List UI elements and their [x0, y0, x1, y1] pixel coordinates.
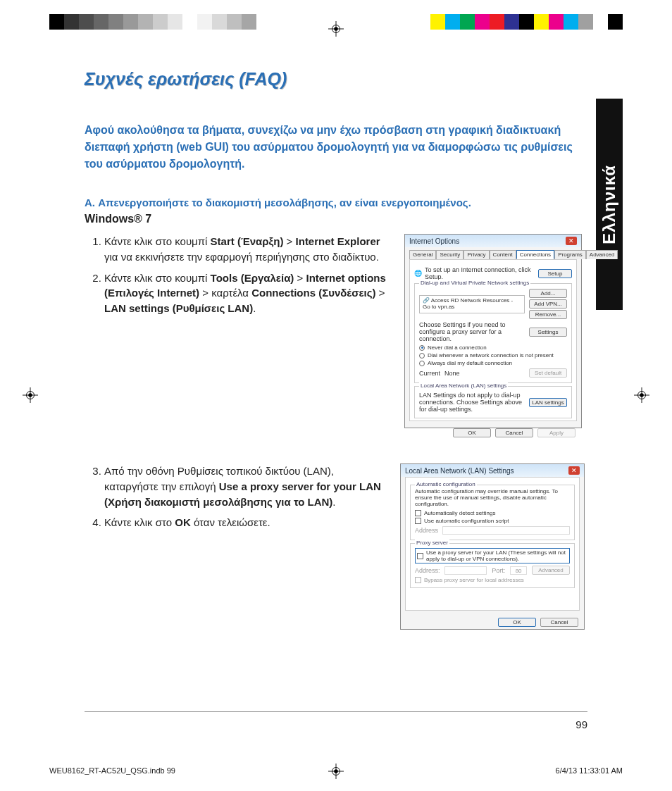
cancel-button: Cancel [540, 618, 578, 627]
page-title: Συχνές ερωτήσεις (FAQ) [85, 69, 585, 89]
dialog-tab: Advanced [586, 250, 618, 259]
page-content: Συχνές ερωτήσεις (FAQ) Αφού ακολούθησα τ… [85, 69, 585, 630]
print-footer: WEU8162_RT-AC52U_QSG.indb 99 6/4/13 11:3… [49, 766, 623, 775]
page-number: 99 [575, 718, 587, 730]
steps-list-2: Από την οθόνη Ρυθμίσεις τοπικού δικτύου … [85, 463, 390, 536]
color-swatch [564, 14, 578, 30]
color-swatch [445, 14, 460, 30]
steps-list-1: Κάντε κλικ στο κουμπί Start (Έναρξη) > I… [85, 234, 394, 322]
color-swatch [64, 14, 79, 30]
proxy-hint: Choose Settings if you need to configure… [419, 321, 525, 342]
checkbox-icon [415, 510, 421, 516]
group-dialup-label: Dial-up and Virtual Private Network sett… [419, 280, 530, 286]
color-swatch [227, 14, 242, 30]
radio-always-dial: Always dial my default connection [428, 360, 512, 366]
check-auto-script: Use automatic configuration script [424, 518, 509, 524]
radio-icon [419, 345, 425, 351]
close-icon: ✕ [566, 237, 577, 245]
proxy-port-label: Port: [492, 567, 505, 574]
set-default-button: Set default [529, 368, 567, 378]
color-swatch [608, 14, 623, 30]
color-swatch [153, 14, 168, 30]
close-icon: ✕ [568, 466, 580, 475]
ok-button: OK [498, 618, 536, 627]
dialog-title: Local Area Network (LAN) Settings [405, 467, 514, 475]
address-label: Address [415, 527, 438, 534]
dialog-tab: Security [436, 250, 463, 259]
group-proxy-label: Proxy server [415, 540, 449, 546]
color-swatch [108, 14, 123, 30]
color-swatch [168, 14, 182, 30]
apply-button: Apply [537, 428, 575, 437]
check-use-proxy: Use a proxy server for your LAN (These s… [426, 549, 568, 562]
conn-settings-button: Settings [529, 328, 567, 337]
setup-button: Setup [538, 269, 572, 278]
radio-dial-when: Dial whenever a network connection is no… [428, 352, 554, 359]
color-swatch [212, 14, 227, 30]
color-swatch [578, 14, 593, 30]
color-swatch [182, 14, 197, 30]
proxy-address-label: Address: [415, 567, 440, 574]
color-swatch [504, 14, 519, 30]
color-swatch [49, 14, 64, 30]
remove-button: Remove... [529, 310, 567, 319]
current-label: Current [419, 370, 440, 377]
dialog-tab: Content [490, 250, 516, 259]
radio-icon [419, 361, 425, 366]
add-button: Add... [529, 289, 567, 298]
dialog-tab: Privacy [463, 250, 489, 259]
dialog-tab: General [409, 250, 436, 259]
proxy-port-field: 80 [510, 566, 527, 575]
color-swatch [534, 14, 549, 30]
language-tab-label: Ελληνικά [599, 165, 619, 244]
group-lan-label: Local Area Network (LAN) settings [419, 382, 508, 389]
radio-never-dial: Never dial a connection [428, 344, 487, 351]
lan-hint: LAN Settings do not apply to dial-up con… [419, 392, 525, 413]
registration-mark-left [23, 387, 38, 403]
address-field [442, 526, 570, 535]
dialog-title: Internet Options [409, 237, 459, 245]
intro-paragraph: Αφού ακολούθησα τα βήματα, συνεχίζω να μ… [85, 122, 585, 173]
registration-mark-top [328, 21, 344, 37]
step-1: Κάντε κλικ στο κουμπί Start (Έναρξη) > I… [104, 234, 394, 265]
radio-icon [419, 353, 425, 359]
globe-icon: 🌐 [414, 270, 422, 277]
ok-button: OK [453, 428, 491, 437]
color-swatch [79, 14, 94, 30]
os-label: Windows® 7 [85, 213, 585, 225]
checkbox-icon [415, 577, 421, 583]
checkbox-icon [415, 518, 421, 524]
advanced-button: Advanced [532, 566, 570, 575]
color-swatch [242, 14, 256, 30]
dialog-tabs: GeneralSecurityPrivacyContentConnections… [405, 247, 581, 259]
vpn-listbox: 🔗 Access RD Network Resources - Go to vp… [419, 295, 525, 313]
figure-lan-settings: Local Area Network (LAN) Settings ✕ Auto… [400, 463, 585, 630]
color-swatch [430, 14, 445, 30]
colorbar-right [416, 14, 623, 30]
color-swatch [94, 14, 108, 30]
registration-mark-right [634, 387, 649, 403]
color-swatch [519, 14, 534, 30]
print-footer-right: 6/4/13 11:33:01 AM [556, 766, 623, 775]
dialog-tab: Programs [554, 250, 586, 259]
color-swatch [475, 14, 490, 30]
proxy-address-field [444, 566, 487, 575]
step-2: Κάντε κλικ στο κουμπί Tools (Εργαλεία) >… [104, 270, 394, 316]
color-swatch [593, 14, 608, 30]
figure-internet-options: Internet Options ✕ GeneralSecurityPrivac… [404, 234, 582, 428]
dialog-title-bar: Local Area Network (LAN) Settings ✕ [401, 464, 584, 477]
cancel-button: Cancel [495, 428, 533, 437]
step-3: Από την οθόνη Ρυθμίσεις τοπικού δικτύου … [104, 463, 390, 509]
color-swatch [138, 14, 153, 30]
add-vpn-button: Add VPN... [529, 299, 567, 309]
check-auto-detect: Automatically detect settings [424, 510, 495, 516]
color-swatch [123, 14, 138, 30]
dialog-title-bar: Internet Options ✕ [405, 235, 581, 247]
auto-hint: Automatic configuration may override man… [415, 488, 570, 507]
colorbar-left [49, 14, 256, 30]
lan-settings-button: LAN settings [529, 398, 567, 407]
dialog-tab: Connections [516, 250, 554, 259]
color-swatch [549, 14, 564, 30]
group-auto-label: Automatic configuration [415, 481, 477, 487]
check-bypass-local: Bypass proxy server for local addresses [424, 577, 524, 583]
